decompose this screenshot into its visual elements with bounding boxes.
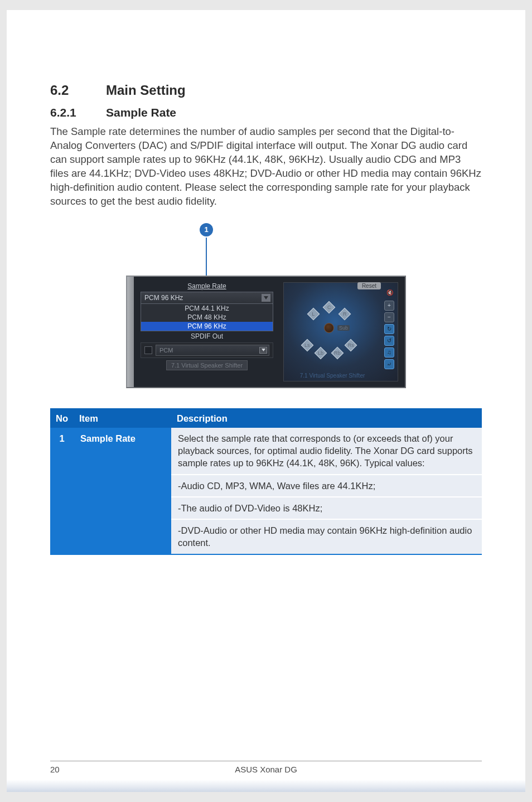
cell-desc-1: -Audio CD, MP3, WMA, Wave files are 44.1… — [171, 475, 482, 497]
chevron-down-icon[interactable] — [259, 347, 267, 354]
th-item: Item — [74, 409, 171, 428]
subsection-number: 6.2.1 — [50, 106, 106, 119]
volume-icon[interactable]: 🔇 — [386, 289, 393, 296]
th-description: Description — [171, 409, 482, 428]
cell-no: 1 — [50, 428, 74, 554]
subsection-heading: 6.2.1Sample Rate — [50, 106, 482, 119]
th-no: No — [50, 409, 74, 428]
page-footer: 20 ASUS Xonar DG — [50, 761, 482, 774]
reset-button[interactable]: Reset — [357, 282, 381, 289]
figure: 1 Sample Rate PCM 96 KHz PCM 44.1 KHz — [50, 223, 482, 388]
option-pcm-96[interactable]: PCM 96 KHz — [141, 322, 273, 331]
callout-badge: 1 — [200, 223, 213, 236]
sample-rate-box: Sample Rate PCM 96 KHz PCM 44.1 KHz PCM … — [141, 282, 273, 381]
side-icon-stack: + − ↻ ↺ ♫ ⤾ — [384, 301, 394, 369]
spdif-label: SPDIF Out — [141, 332, 273, 340]
cell-item: Sample Rate — [74, 428, 171, 554]
reset-icon[interactable]: ⤾ — [384, 359, 394, 369]
spdif-row: PCM — [141, 342, 273, 358]
spdif-format-combo[interactable]: PCM — [156, 345, 269, 356]
spdif-format-value: PCM — [159, 347, 173, 354]
description-table: No Item Description 1 Sample Rate Select… — [50, 408, 482, 555]
footer-gradient — [7, 780, 525, 792]
speaker-r[interactable]: R — [338, 307, 351, 320]
option-pcm-48[interactable]: PCM 48 KHz — [141, 313, 273, 322]
section-title: Main Setting — [106, 83, 186, 98]
rotate-cw-icon[interactable]: ↻ — [384, 324, 394, 334]
speaker-c[interactable]: C — [323, 301, 336, 313]
body-paragraph: The Sample rate determines the number of… — [50, 125, 482, 209]
footer-spacer — [437, 765, 482, 774]
page: 6.2Main Setting 6.2.1Sample Rate The Sam… — [7, 10, 525, 792]
speaker-sub[interactable]: Sub — [337, 325, 350, 331]
speaker-lb[interactable]: Lb — [315, 346, 327, 359]
speaker-ls[interactable]: Ls — [301, 339, 314, 351]
speaker-l[interactable]: L — [307, 307, 320, 320]
speaker-panel: Reset 🔇 + − ↻ ↺ ♫ ⤾ L C R Sub Ls — [283, 282, 398, 381]
option-pcm-44[interactable]: PCM 44.1 KHz — [141, 304, 273, 313]
svg-marker-0 — [264, 296, 268, 299]
combo-value: PCM 96 KHz — [144, 294, 183, 302]
sample-rate-combo[interactable]: PCM 96 KHz — [141, 292, 273, 304]
page-number: 20 — [50, 765, 95, 774]
cell-desc-2: -The audio of DVD-Video is 48KHz; — [171, 497, 482, 519]
section-heading: 6.2Main Setting — [50, 83, 482, 98]
callout: 1 — [200, 223, 213, 276]
spdif-checkbox[interactable] — [144, 346, 152, 354]
sample-rate-dropdown[interactable]: PCM 44.1 KHz PCM 48 KHz PCM 96 KHz — [141, 304, 273, 331]
cell-desc-0: Select the sample rate that corresponds … — [171, 428, 482, 475]
listener-head-icon[interactable] — [324, 323, 334, 333]
plus-icon[interactable]: + — [384, 301, 394, 311]
headphone-icon[interactable]: ♫ — [384, 347, 394, 357]
footer-title: ASUS Xonar DG — [95, 765, 437, 774]
svg-marker-1 — [262, 349, 265, 351]
cell-desc-3: -DVD-Audio or other HD media may contain… — [171, 519, 482, 554]
speaker-rs[interactable]: Rs — [345, 339, 357, 351]
minus-icon[interactable]: − — [384, 312, 394, 322]
virtual-speaker-shifter-button[interactable]: 7.1 Virtual Speaker Shifter — [166, 360, 248, 370]
speaker-rb[interactable]: Rb — [331, 346, 344, 359]
sample-rate-label: Sample Rate — [141, 282, 273, 290]
chevron-down-icon[interactable] — [262, 294, 270, 302]
section-number: 6.2 — [50, 83, 106, 98]
screenshot-edge — [127, 277, 134, 387]
shifter-caption: 7.1 Virtual Speaker Shifter — [284, 373, 381, 379]
screenshot-panel: Sample Rate PCM 96 KHz PCM 44.1 KHz PCM … — [126, 276, 406, 388]
callout-line — [206, 238, 207, 276]
subsection-title: Sample Rate — [106, 106, 176, 119]
rotate-ccw-icon[interactable]: ↺ — [384, 336, 394, 346]
